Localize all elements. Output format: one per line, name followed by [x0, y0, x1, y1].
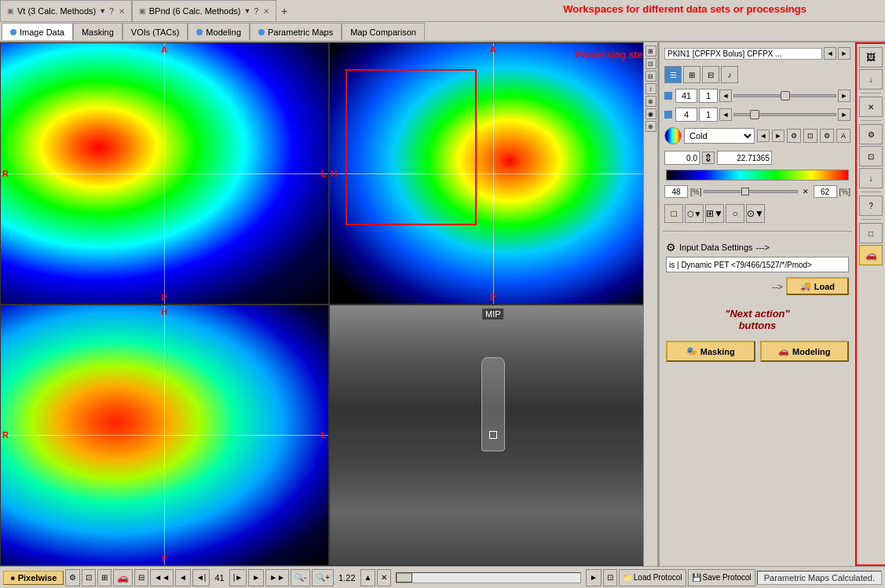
slice-step-1[interactable]: 1 [699, 89, 718, 103]
colormap-copy-btn[interactable]: ⊡ [803, 129, 817, 143]
tab-parametric-maps[interactable]: Parametric Maps [250, 23, 342, 40]
nav-next-start-btn[interactable]: |► [229, 569, 247, 586]
colormap-select[interactable]: Cold Hot Rainbow Gray [684, 128, 755, 144]
slice1-slider[interactable] [733, 94, 836, 97]
slice1-thumb[interactable] [781, 91, 790, 100]
display-mode-btn-2[interactable]: ⊞ [683, 66, 700, 83]
display-mode-btn-4[interactable]: ♪ [721, 66, 738, 83]
slice-value-2[interactable]: 4 [675, 108, 697, 122]
mini-btn-3[interactable]: ⊟ [645, 71, 656, 82]
vt-btn-grid[interactable]: ⊡ [859, 146, 883, 166]
range-max-input[interactable] [717, 151, 772, 165]
tab-modeling[interactable]: Modeling [188, 23, 250, 40]
tab-vois[interactable]: VOIs (TACs) [123, 23, 188, 40]
bottom-icon-btn-5[interactable]: ⊟ [134, 569, 148, 586]
bottom-icon-btn-4[interactable]: 🚗 [113, 569, 133, 586]
nav-last-btn[interactable]: ►► [265, 569, 289, 586]
percent-slider[interactable] [704, 190, 797, 193]
mini-btn-2[interactable]: ⊡ [645, 58, 656, 69]
vt-btn-help[interactable]: ? [859, 195, 883, 216]
percent-thumb[interactable] [741, 188, 749, 195]
tab-masking[interactable]: Masking [73, 23, 123, 40]
bottom-icon-btn-3[interactable]: ⊞ [97, 569, 112, 586]
shape-btn-circle[interactable]: ○ [726, 204, 744, 223]
add-workspace-button[interactable]: + [276, 5, 292, 17]
colormap-link-btn[interactable]: ⚙ [820, 129, 834, 143]
scroll-end-btn[interactable]: ► [586, 569, 602, 586]
vt-btn-down2[interactable]: ↓ [859, 168, 883, 188]
nav-prev-btn[interactable]: ◄ [175, 569, 191, 586]
mini-btn-7[interactable]: ⊕ [645, 121, 656, 132]
mini-btn-6[interactable]: ◉ [645, 108, 656, 119]
save-protocol-btn[interactable]: 💾 Save Protocol [688, 569, 755, 586]
range-arrow-btn[interactable]: ⇕ [702, 152, 715, 164]
colormap-prev-btn[interactable]: ◄ [757, 130, 770, 142]
load-button[interactable]: 🚚 Load [786, 277, 849, 295]
percent-max-input[interactable] [814, 185, 837, 198]
shape-btn-target[interactable]: ⊙▼ [746, 204, 765, 223]
slice2-thumb[interactable] [750, 110, 759, 119]
vt-btn-down1[interactable]: ↓ [859, 69, 883, 89]
bottom-icon-btn-1[interactable]: ⚙ [65, 569, 80, 586]
modeling-action-button[interactable]: 🚗 Modeling [760, 341, 850, 362]
shape-btn-square[interactable]: □ [664, 204, 683, 223]
nav-prev-end-btn[interactable]: ◄| [192, 569, 210, 586]
colormap-auto-btn[interactable]: A [836, 129, 850, 143]
slice2-prev-btn[interactable]: ◄ [719, 108, 732, 121]
percent-clear-btn[interactable]: ✕ [800, 186, 811, 197]
bottom-icon-btn-2[interactable]: ⊡ [82, 569, 96, 586]
zoom-out-btn[interactable]: 🔍- [291, 569, 310, 586]
colormap-next-btn[interactable]: ► [772, 130, 784, 142]
tab2-question[interactable]: ? [254, 7, 258, 16]
mini-btn-5[interactable]: ⊗ [645, 96, 656, 107]
image-cell-3[interactable]: H F R L [0, 305, 329, 567]
vt-btn-gear[interactable]: ⚙ [859, 124, 883, 144]
image-cell-2[interactable]: A P H F Processing steps [329, 42, 658, 305]
scroll-bar[interactable] [396, 572, 580, 583]
tab1-close[interactable]: ✕ [119, 7, 125, 16]
mini-btn-4[interactable]: ↕ [645, 83, 656, 94]
slice1-prev-btn[interactable]: ◄ [719, 89, 732, 102]
image-cell-1[interactable]: A P R L [0, 42, 329, 305]
vt-btn-car[interactable]: 🚗 [859, 245, 883, 265]
nav-next-btn[interactable]: ► [248, 569, 264, 586]
fit-view-btn[interactable]: ⊡ [603, 569, 617, 586]
colormap-settings-btn[interactable]: ⚙ [787, 129, 801, 143]
percent-min-input[interactable] [664, 185, 688, 198]
workspace-tab-2[interactable]: ▣ BPnd (6 Calc. Methods) ▼ ? ✕ [132, 0, 276, 21]
slice-value-1[interactable]: 41 [675, 89, 697, 103]
pkin-next-btn[interactable]: ► [838, 47, 850, 60]
tab2-arrow[interactable]: ▼ [244, 7, 251, 15]
pixelwise-button[interactable]: ● Pixelwise [3, 571, 64, 585]
slice2-slider[interactable] [733, 113, 836, 116]
zoom-fit-btn[interactable]: ✕ [377, 569, 391, 586]
tab1-arrow[interactable]: ▼ [99, 7, 106, 15]
shape-btn-grid[interactable]: ⊞▼ [705, 204, 724, 223]
workspace-tab-1[interactable]: ▣ Vt (3 Calc. Methods) ▼ ? ✕ [0, 0, 132, 21]
zoom-reset-btn[interactable]: ▲ [360, 569, 376, 586]
scroll-thumb[interactable] [397, 573, 412, 583]
vt-btn-square[interactable]: □ [859, 223, 883, 243]
display-mode-btn-3[interactable]: ⊟ [702, 66, 719, 83]
tab-image-data[interactable]: Image Data [2, 23, 73, 40]
masking-action-button[interactable]: 🎭 Masking [666, 341, 755, 362]
pkin-prev-btn[interactable]: ◄ [824, 47, 836, 60]
display-mode-btn-1[interactable]: ☰ [664, 66, 682, 83]
nav-first-btn[interactable]: ◄◄ [150, 569, 174, 586]
mini-btn-1[interactable]: ⊞ [645, 46, 656, 57]
image-cell-mip[interactable]: MIP [329, 305, 658, 567]
tab2-close[interactable]: ✕ [263, 7, 269, 16]
load-protocol-btn[interactable]: 📁 Load Protocol [619, 569, 686, 586]
slice-step-2[interactable]: 1 [699, 108, 718, 122]
tab1-question[interactable]: ? [109, 7, 114, 16]
tab-map-comparison[interactable]: Map Comparison [342, 23, 425, 40]
slice1-next-btn[interactable]: ► [838, 89, 850, 102]
zoom-in-btn[interactable]: 🔍+ [312, 569, 334, 586]
vt-btn-close[interactable]: ✕ [859, 97, 883, 117]
image-panel[interactable]: A P R L A P H F Processing steps [0, 42, 659, 566]
slice2-next-btn[interactable]: ► [838, 108, 850, 121]
range-min-input[interactable] [664, 151, 700, 165]
path-input[interactable] [666, 257, 849, 272]
vt-btn-image[interactable]: 🖼 [859, 47, 883, 68]
shape-btn-hex[interactable]: ⬡▼ [685, 204, 704, 223]
